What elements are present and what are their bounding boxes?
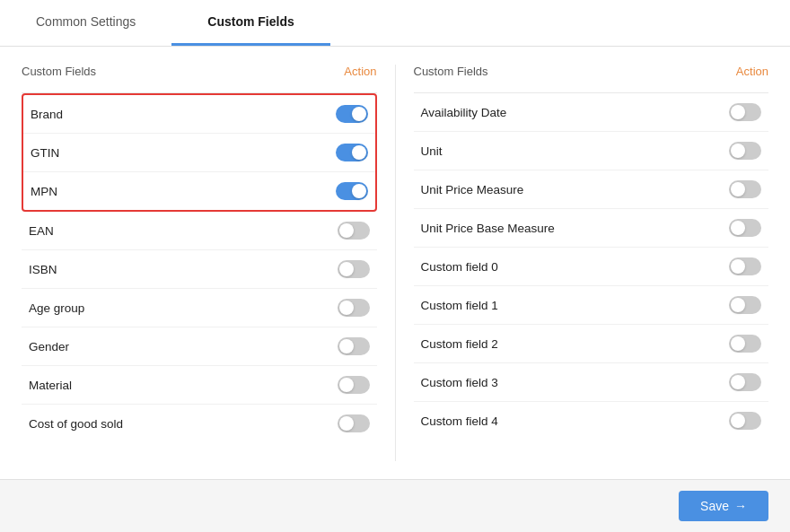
field-label-cost-of-good-sold: Cost of good sold	[29, 417, 123, 431]
toggle-mpn[interactable]	[336, 182, 368, 200]
field-row-custom-field-2: Custom field 2	[414, 325, 769, 363]
main-content: Custom Fields Action Brand GTIN	[0, 47, 790, 479]
toggle-custom-field-4[interactable]	[729, 412, 761, 430]
field-row-mpn: MPN	[23, 172, 375, 210]
tab-common-settings[interactable]: Common Settings	[0, 0, 171, 46]
toggle-gtin[interactable]	[336, 144, 368, 161]
tabs-bar: Common Settings Custom Fields	[0, 0, 790, 47]
field-label-custom-field-3: Custom field 3	[421, 376, 498, 389]
left-column: Custom Fields Action Brand GTIN	[22, 65, 395, 461]
field-label-age-group: Age group	[29, 301, 84, 315]
right-column: Custom Fields Action Availability Date U…	[395, 65, 769, 461]
field-label-custom-field-1: Custom field 1	[421, 299, 498, 312]
highlighted-group: Brand GTIN MPN	[22, 93, 377, 212]
toggle-custom-field-0[interactable]	[729, 257, 761, 275]
footer-bar: Save →	[0, 479, 790, 532]
field-row-cost-of-good-sold: Cost of good sold	[22, 405, 377, 442]
right-col-header: Custom Fields Action	[414, 65, 769, 85]
toggle-custom-field-2[interactable]	[729, 335, 761, 353]
field-label-ean: EAN	[29, 224, 54, 238]
field-row-age-group: Age group	[22, 289, 377, 327]
toggle-age-group[interactable]	[338, 299, 370, 317]
save-button[interactable]: Save →	[679, 491, 768, 521]
toggle-custom-field-3[interactable]	[729, 373, 761, 391]
toggle-isbn[interactable]	[338, 260, 370, 278]
arrow-right-icon: →	[734, 499, 747, 513]
tab-custom-fields[interactable]: Custom Fields	[171, 0, 329, 46]
right-col-header-action: Action	[736, 65, 768, 78]
columns-wrapper: Custom Fields Action Brand GTIN	[22, 65, 768, 461]
field-label-custom-field-4: Custom field 4	[421, 414, 498, 428]
field-row-material: Material	[22, 366, 377, 405]
field-label-brand: Brand	[31, 108, 63, 121]
toggle-unit[interactable]	[729, 142, 761, 160]
toggle-unit-price-measure[interactable]	[729, 180, 761, 198]
field-row-unit-price-measure: Unit Price Measure	[414, 170, 769, 209]
field-row-unit-price-base-measure: Unit Price Base Measure	[414, 209, 769, 248]
toggle-cost-of-good-sold[interactable]	[338, 414, 370, 432]
field-label-custom-field-2: Custom field 2	[421, 337, 498, 351]
left-col-header: Custom Fields Action	[22, 65, 377, 85]
field-row-gtin: GTIN	[23, 134, 375, 172]
field-row-custom-field-1: Custom field 1	[414, 286, 769, 325]
field-label-unit-price-base-measure: Unit Price Base Measure	[421, 222, 555, 235]
field-label-unit: Unit	[421, 144, 443, 158]
field-row-ean: EAN	[22, 212, 377, 250]
toggle-custom-field-1[interactable]	[729, 296, 761, 314]
field-label-material: Material	[29, 379, 72, 392]
field-label-isbn: ISBN	[29, 263, 57, 276]
toggle-brand[interactable]	[336, 105, 368, 123]
toggle-gender[interactable]	[338, 337, 370, 355]
field-label-availability-date: Availability Date	[421, 106, 507, 119]
field-row-custom-field-0: Custom field 0	[414, 248, 769, 286]
field-row-availability-date: Availability Date	[414, 93, 769, 132]
field-label-custom-field-0: Custom field 0	[421, 260, 498, 274]
field-label-unit-price-measure: Unit Price Measure	[421, 183, 524, 196]
field-row-custom-field-4: Custom field 4	[414, 402, 769, 440]
field-row-isbn: ISBN	[22, 250, 377, 289]
field-label-gtin: GTIN	[31, 146, 59, 160]
left-col-header-label: Custom Fields	[22, 65, 96, 78]
toggle-unit-price-base-measure[interactable]	[729, 219, 761, 237]
field-row-custom-field-3: Custom field 3	[414, 363, 769, 402]
toggle-availability-date[interactable]	[729, 103, 761, 121]
field-row-unit: Unit	[414, 132, 769, 170]
right-col-header-label: Custom Fields	[414, 65, 488, 78]
field-row-brand: Brand	[23, 95, 375, 134]
field-row-gender: Gender	[22, 327, 377, 366]
toggle-material[interactable]	[338, 376, 370, 394]
toggle-ean[interactable]	[338, 222, 370, 240]
field-label-mpn: MPN	[31, 185, 57, 198]
left-col-header-action: Action	[344, 65, 376, 78]
field-label-gender: Gender	[29, 340, 69, 353]
